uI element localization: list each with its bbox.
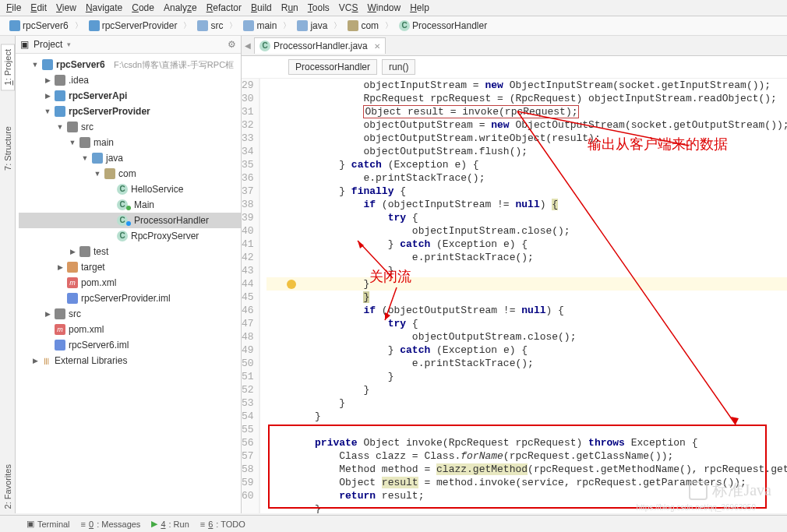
tree-root[interactable]: ▼rpcServer6 F:\csdn博客\直播课-手写RPC框 — [19, 57, 241, 72]
menu-window[interactable]: Window — [367, 2, 401, 13]
close-icon[interactable]: ✕ — [374, 42, 380, 51]
module-icon — [9, 20, 20, 31]
tabs-left-arrow-icon[interactable]: ◀ — [245, 41, 251, 50]
editor-breadcrumb: ProcessorHandler run() — [242, 56, 787, 79]
tree-iml2[interactable]: rpcServer6.iml — [19, 337, 241, 353]
crumb-method[interactable]: run() — [382, 59, 415, 75]
editor-tab[interactable]: ProcessorHandler.java ✕ — [254, 37, 386, 54]
tree-main[interactable]: ▼main — [19, 135, 241, 150]
iml-icon — [55, 340, 65, 351]
intention-bulb-icon[interactable] — [287, 280, 296, 289]
breadcrumb-item[interactable]: rpcServer6 — [6, 19, 72, 32]
folder-icon — [297, 20, 308, 31]
tab-messages[interactable]: ≡ 0: Messages — [81, 520, 141, 529]
gear-icon[interactable]: ⚙ — [228, 39, 236, 50]
libraries-icon: ⫼ — [42, 355, 51, 366]
breadcrumb-item[interactable]: rpcServerProvider — [86, 19, 181, 32]
project-view-icon: ▣ — [20, 39, 29, 50]
tab-favorites[interactable]: 2: Favorites — [2, 460, 14, 513]
breadcrumb-label: rpcServerProvider — [102, 20, 178, 31]
tab-run[interactable]: ▶ 4: Run — [151, 519, 189, 529]
breadcrumb-item[interactable]: src — [194, 19, 226, 32]
tree-pom2[interactable]: pom.xml — [19, 322, 241, 337]
folder-icon — [79, 246, 90, 257]
breadcrumb-label: main — [256, 20, 277, 31]
module-icon — [42, 59, 53, 70]
editor-tabs: ◀ ProcessorHandler.java ✕ — [242, 36, 787, 56]
menu-edit[interactable]: Edit — [30, 2, 47, 13]
crumb-class[interactable]: ProcessorHandler — [288, 59, 377, 75]
tree-maincls[interactable]: Main — [19, 197, 241, 213]
breadcrumb-item[interactable]: com — [344, 19, 382, 32]
class-icon — [117, 231, 128, 241]
class-icon — [259, 41, 270, 51]
folder-icon — [79, 137, 90, 148]
menu-analyze[interactable]: Analyze — [164, 2, 197, 13]
tree-iml1[interactable]: rpcServerProvider.iml — [19, 291, 241, 306]
module-icon — [89, 20, 100, 31]
tree-hello[interactable]: HelloService — [19, 181, 241, 197]
editor-area: ◀ ProcessorHandler.java ✕ ProcessorHandl… — [242, 36, 787, 513]
menu-help[interactable]: Help — [410, 2, 429, 13]
tab-todo[interactable]: ≡ 6: TODO — [200, 520, 245, 529]
breadcrumb-item[interactable]: ProcessorHandler — [396, 19, 490, 32]
left-tool-tabs: 1: Project 7: Structure 2: Favorites — [0, 36, 16, 513]
menu-navigate[interactable]: Navigate — [86, 2, 122, 13]
tree-pom1[interactable]: pom.xml — [19, 275, 241, 291]
menu-bar: File Edit View Navigate Code Analyze Ref… — [0, 0, 787, 16]
tree-test[interactable]: ▶test — [19, 244, 241, 259]
folder-icon — [197, 20, 208, 31]
tree-proxy[interactable]: RpcProxyServer — [19, 228, 241, 244]
maven-icon — [67, 277, 78, 288]
breadcrumb-label: rpcServer6 — [23, 20, 69, 31]
code-content[interactable]: objectInputStream = new ObjectInputStrea… — [260, 79, 787, 513]
folder-icon — [67, 122, 78, 132]
menu-tools[interactable]: Tools — [308, 2, 330, 13]
maven-icon — [55, 324, 65, 335]
tree-idea[interactable]: ▶.idea — [19, 72, 241, 88]
class-icon — [117, 184, 128, 195]
folder-icon — [55, 75, 65, 86]
folder-icon — [55, 308, 65, 319]
project-panel-header: ▣ Project ▾ ⚙ — [16, 36, 241, 54]
breadcrumb-label: ProcessorHandler — [412, 20, 487, 31]
run-badge-icon — [126, 206, 131, 210]
target-folder-icon — [67, 262, 78, 273]
menu-refactor[interactable]: Refactor — [206, 2, 242, 13]
menu-file[interactable]: File — [6, 2, 21, 13]
tree-api[interactable]: ▶rpcServerApi — [19, 88, 241, 104]
menu-build[interactable]: Build — [251, 2, 272, 13]
bottom-tool-bar: ▣ Terminal ≡ 0: Messages ▶ 4: Run ≡ 6: T… — [0, 515, 787, 532]
tab-project[interactable]: 1: Project — [1, 44, 15, 90]
watermark: 标准Java — [689, 480, 771, 501]
class-icon — [399, 20, 410, 31]
tree-java[interactable]: ▼java — [19, 150, 241, 166]
tree-target[interactable]: ▶target — [19, 259, 241, 275]
tree-ext[interactable]: ▶⫼External Libraries — [19, 353, 241, 368]
code-editor[interactable]: 2930313233343536373839404142434445464748… — [242, 79, 787, 513]
module-icon — [55, 106, 65, 117]
folder-icon — [243, 20, 254, 31]
module-icon — [55, 90, 65, 101]
breadcrumb-item[interactable]: java — [294, 19, 330, 32]
breadcrumb: rpcServer6〉 rpcServerProvider〉 src〉 main… — [0, 16, 787, 36]
tree-src[interactable]: ▼src — [19, 119, 241, 135]
project-tree[interactable]: ▼rpcServer6 F:\csdn博客\直播课-手写RPC框 ▶.idea … — [16, 54, 241, 513]
menu-run[interactable]: Run — [281, 2, 298, 13]
breadcrumb-label: com — [361, 20, 379, 31]
breadcrumb-label: src — [210, 20, 223, 31]
tab-terminal[interactable]: ▣ Terminal — [26, 519, 70, 529]
project-panel: ▣ Project ▾ ⚙ ▼rpcServer6 F:\csdn博客\直播课-… — [16, 36, 242, 513]
project-panel-title[interactable]: Project — [34, 39, 62, 50]
tree-src2[interactable]: ▶src — [19, 306, 241, 322]
menu-vcs[interactable]: VCS — [339, 2, 358, 13]
iml-icon — [67, 293, 78, 304]
menu-view[interactable]: View — [56, 2, 76, 13]
line-gutter: 2930313233343536373839404142434445464748… — [242, 79, 259, 513]
tree-provider[interactable]: ▼rpcServerProvider — [19, 104, 241, 119]
menu-code[interactable]: Code — [132, 2, 154, 13]
breadcrumb-item[interactable]: main — [240, 19, 280, 32]
tree-com[interactable]: ▼com — [19, 166, 241, 181]
tree-processor[interactable]: ProcessorHandler — [19, 213, 241, 228]
tab-structure[interactable]: 7: Structure — [2, 122, 14, 175]
